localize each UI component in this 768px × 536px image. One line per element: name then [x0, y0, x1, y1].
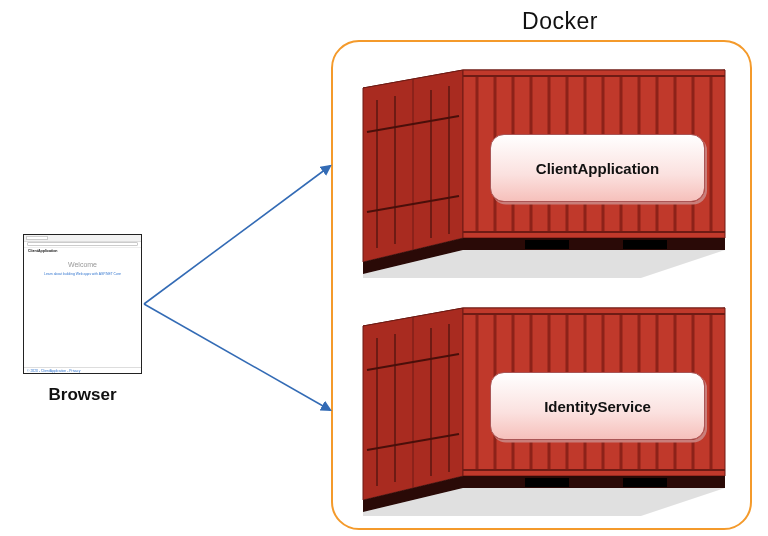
- browser-body: Welcome Learn about building Web apps wi…: [24, 255, 141, 282]
- service-chip-label: IdentityService: [544, 398, 651, 415]
- container-identityservice: IdentityService: [355, 300, 731, 518]
- arrow-group: [142, 148, 342, 448]
- docker-title: Docker: [385, 8, 735, 35]
- service-chip-label: ClientApplication: [536, 160, 659, 177]
- container-clientapplication: ClientApplication: [355, 62, 731, 280]
- browser-tab: [26, 236, 48, 241]
- browser-screenshot: ClientApplication Welcome Learn about bu…: [23, 234, 142, 374]
- svg-rect-54: [623, 478, 667, 487]
- browser-footer: © 2020 - ClientApplication - Privacy: [24, 367, 141, 373]
- arrow-browser-to-clientapp: [144, 166, 330, 304]
- browser-body-link: Learn about building Web apps with ASP.N…: [24, 272, 141, 276]
- svg-rect-26: [623, 240, 667, 249]
- service-chip-identityservice: IdentityService: [490, 372, 705, 440]
- service-chip-clientapplication: ClientApplication: [490, 134, 705, 202]
- browser-app-nav: ClientApplication: [24, 248, 141, 255]
- svg-rect-53: [525, 478, 569, 487]
- svg-rect-25: [525, 240, 569, 249]
- browser-address-field: [27, 242, 138, 246]
- arrow-browser-to-identity: [144, 304, 330, 410]
- browser-welcome-heading: Welcome: [24, 261, 141, 271]
- browser-app-name: ClientApplication: [28, 249, 58, 253]
- browser-label: Browser: [23, 385, 142, 405]
